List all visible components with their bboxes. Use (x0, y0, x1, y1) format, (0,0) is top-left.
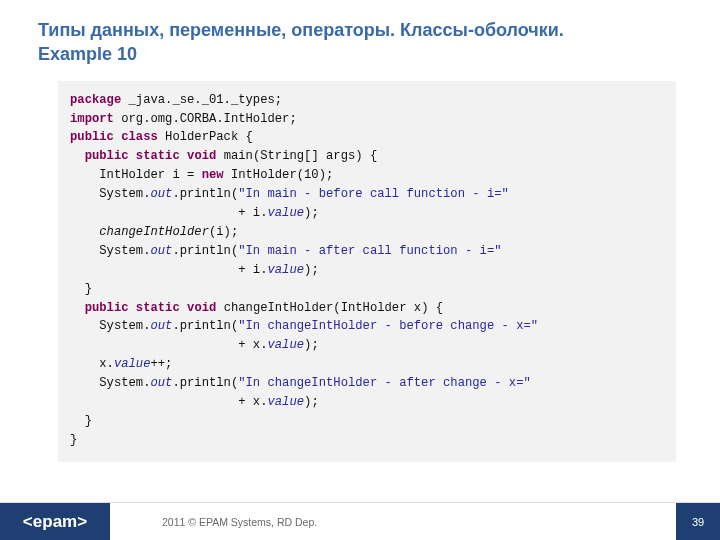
kw-new: new (202, 168, 224, 182)
logo-text: <epam> (23, 512, 87, 532)
field-out: out (150, 376, 172, 390)
title-line-2: Example 10 (38, 44, 137, 64)
field-value: value (267, 338, 304, 352)
kw-public: public (85, 301, 129, 315)
copyright: 2011 © EPAM Systems, RD Dep. (110, 516, 676, 528)
code-text: ); (304, 206, 319, 220)
kw-static: static (136, 301, 180, 315)
code-text: System. (70, 319, 150, 333)
field-value: value (267, 395, 304, 409)
footer: <epam> 2011 © EPAM Systems, RD Dep. 39 (0, 502, 720, 540)
code-text: IntHolder(10); (224, 168, 334, 182)
code-text: .println( (172, 319, 238, 333)
kw-static: static (136, 149, 180, 163)
field-out: out (150, 319, 172, 333)
code-text: (i); (209, 225, 238, 239)
kw-package: package (70, 93, 121, 107)
field-value: value (114, 357, 151, 371)
code-text: .println( (172, 376, 238, 390)
logo: <epam> (0, 503, 110, 541)
code-text: ); (304, 263, 319, 277)
string-literal: "In main - before call function - i=" (238, 187, 509, 201)
code-text: System. (70, 187, 150, 201)
string-literal: "In changeIntHolder - before change - x=… (238, 319, 538, 333)
field-out: out (150, 244, 172, 258)
code-block: package _java._se._01._types; import org… (58, 81, 676, 462)
code-text: System. (70, 244, 150, 258)
code-text: .println( (172, 244, 238, 258)
code-text: x. (70, 357, 114, 371)
kw-void: void (187, 149, 216, 163)
code-text: .println( (172, 187, 238, 201)
string-literal: "In changeIntHolder - after change - x=" (238, 376, 531, 390)
slide-title: Типы данных, переменные, операторы. Клас… (0, 0, 720, 75)
code-text: } (70, 282, 92, 296)
code-text: org.omg.CORBA.IntHolder; (114, 112, 297, 126)
code-text: + i. (70, 263, 267, 277)
code-text: + x. (70, 338, 267, 352)
title-line-1: Типы данных, переменные, операторы. Клас… (38, 20, 564, 40)
code-text: } (70, 433, 77, 447)
code-text: IntHolder i = (70, 168, 202, 182)
string-literal: "In main - after call function - i=" (238, 244, 501, 258)
kw-void: void (187, 301, 216, 315)
code-text: + x. (70, 395, 267, 409)
method-call: changeIntHolder (99, 225, 209, 239)
code-text: ); (304, 338, 319, 352)
slide: Типы данных, переменные, операторы. Клас… (0, 0, 720, 540)
code-text: _java._se._01._types; (121, 93, 282, 107)
code-text: changeIntHolder(IntHolder x) { (216, 301, 443, 315)
field-out: out (150, 187, 172, 201)
kw-public: public (70, 130, 114, 144)
code-text: } (70, 414, 92, 428)
code-text: HolderPack { (158, 130, 253, 144)
kw-class: class (121, 130, 158, 144)
kw-public: public (85, 149, 129, 163)
code-text: ++; (150, 357, 172, 371)
field-value: value (267, 263, 304, 277)
page-number: 39 (676, 503, 720, 541)
code-text: main(String[] args) { (216, 149, 377, 163)
code-text: ); (304, 395, 319, 409)
code-text: System. (70, 376, 150, 390)
field-value: value (267, 206, 304, 220)
kw-import: import (70, 112, 114, 126)
code-text: + i. (70, 206, 267, 220)
